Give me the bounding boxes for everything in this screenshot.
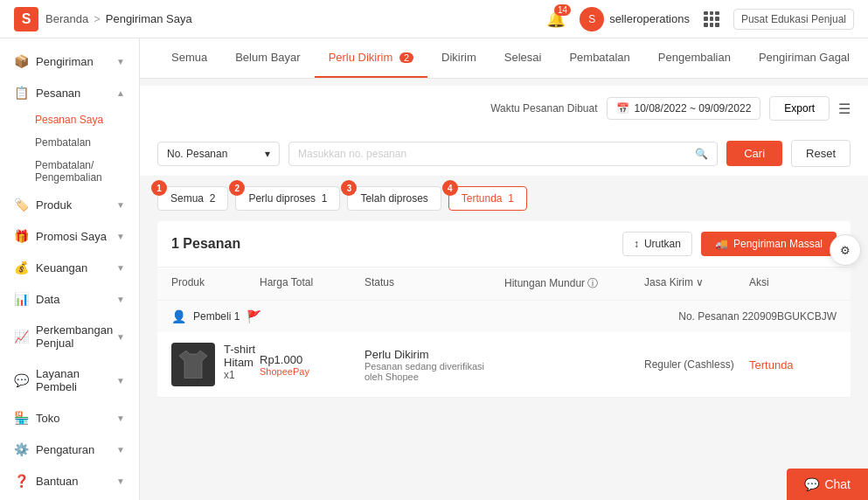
- sidebar-item-keuangan[interactable]: 💰 Keuangan ▼: [0, 252, 139, 283]
- tertunda-link[interactable]: Tertunda: [749, 358, 794, 372]
- chevron-down-icon-pengaturan: ▼: [116, 445, 125, 455]
- chevron-down-icon-perkembangan: ▼: [116, 332, 125, 342]
- sidebar-item-data[interactable]: 📊 Data ▼: [0, 283, 139, 315]
- floating-settings-button[interactable]: ⚙: [830, 234, 861, 266]
- tab-perlu-dikirim[interactable]: Perlu Dikirim 2: [315, 38, 427, 78]
- status-tab-tertunda[interactable]: 4 Tertunda 1: [448, 186, 527, 211]
- search-type-select[interactable]: No. Pesanan ▾: [157, 142, 280, 166]
- sidebar-label-layanan: Layanan Pembeli: [36, 367, 116, 393]
- status-tab-telah-diproses[interactable]: 3 Telah diproses: [347, 186, 441, 211]
- box-icon: 📦: [14, 54, 29, 68]
- notification-badge: 14: [554, 4, 571, 16]
- sidebar-label-pengaturan: Pengaturan: [36, 443, 94, 456]
- export-button[interactable]: Export: [769, 96, 830, 121]
- search-input[interactable]: Masukkan no. pesanan 🔍: [288, 142, 718, 166]
- breadcrumb-home[interactable]: Beranda: [45, 12, 88, 25]
- status-num-1: 1: [151, 180, 167, 196]
- sidebar-item-pengiriman[interactable]: 📦 Pengiriman ▼: [0, 45, 139, 77]
- sidebar-label-produk: Produk: [36, 198, 72, 212]
- sidebar-item-promosi[interactable]: 🎁 Promosi Saya ▼: [0, 220, 139, 252]
- action-col: Tertunda: [749, 358, 837, 372]
- sidebar-sub-pembatalan-pengembalian[interactable]: Pembatalan/ Pengembalian: [0, 154, 139, 189]
- breadcrumb-current: Pengiriman Saya: [106, 12, 192, 25]
- header-left: S Beranda > Pengiriman Saya: [14, 7, 192, 31]
- sidebar-sub-pembatalan[interactable]: Pembatalan: [0, 131, 139, 154]
- tab-belum-bayar[interactable]: Belum Bayar: [221, 38, 314, 78]
- sort-button[interactable]: ↕ Urutkan: [622, 232, 692, 256]
- col-jasa-kirim: Jasa Kirim ∨: [644, 276, 749, 291]
- search-type-label: No. Pesanan: [167, 148, 227, 160]
- gift-icon: 🎁: [14, 229, 29, 243]
- pusat-edukasi-button[interactable]: Pusat Edukasi Penjual: [733, 9, 854, 30]
- sidebar-item-toko[interactable]: 🏪 Toko ▼: [0, 402, 139, 434]
- tab-dikirim[interactable]: Dikirim: [427, 38, 490, 78]
- breadcrumb-sep: >: [94, 12, 101, 25]
- sidebar-item-layanan[interactable]: 💬 Layanan Pembeli ▼: [0, 358, 139, 402]
- chat-bubble-icon: 💬: [804, 477, 819, 491]
- status-tab-semua[interactable]: 1 Semua 2: [157, 186, 228, 211]
- sidebar-item-pengaturan[interactable]: ⚙️ Pengaturan ▼: [0, 434, 139, 465]
- sidebar-item-perkembangan[interactable]: 📈 Perkembangan Penjual ▼: [0, 315, 139, 358]
- apps-grid-icon[interactable]: [704, 11, 719, 27]
- col-harga: Harga Total: [260, 276, 365, 291]
- settings-icon: ⚙️: [14, 442, 29, 456]
- product-row: T-shirt Hitam x1 Rp1.000 ShopeePay Perlu…: [157, 332, 851, 397]
- layout: 📦 Pengiriman ▼ 📋 Pesanan ▲ Pesanan Saya …: [0, 38, 868, 500]
- price-col: Rp1.000 ShopeePay: [260, 353, 365, 377]
- chevron-down-icon-promosi: ▼: [116, 232, 125, 241]
- status-tab-perlu-diproses[interactable]: 2 Perlu diproses 1: [235, 186, 340, 211]
- date-range-picker[interactable]: 📅 10/08/2022 ~ 09/09/2022: [607, 97, 761, 120]
- col-produk: Produk: [171, 276, 260, 291]
- search-placeholder: Masukkan no. pesanan: [298, 148, 406, 160]
- order-section: 1 Pesanan ↕ Urutkan 🚚 Pengiriman Massal …: [157, 221, 851, 398]
- sidebar-item-pesanan[interactable]: 📋 Pesanan ▲: [0, 77, 139, 108]
- user-icon: 👤: [171, 309, 186, 323]
- trending-icon: 📈: [14, 330, 29, 344]
- tabs-bar: Semua Belum Bayar Perlu Dikirim 2 Dikiri…: [140, 38, 868, 79]
- menu-filter-icon[interactable]: ☰: [838, 101, 851, 117]
- bulk-ship-button[interactable]: 🚚 Pengiriman Massal: [701, 232, 837, 256]
- sidebar-label-toko: Toko: [36, 412, 59, 425]
- status-num-2: 2: [229, 180, 245, 196]
- tab-pengiriman-gagal[interactable]: Pengiriman Gagal: [745, 38, 864, 78]
- chat-icon: 💬: [14, 373, 29, 387]
- payment-method: ShopeePay: [260, 366, 365, 377]
- header: S Beranda > Pengiriman Saya 🔔 14 S selle…: [0, 0, 868, 38]
- col-aksi: Aksi: [749, 276, 837, 291]
- order-number: No. Pesanan 220909BGUKCBJW: [678, 310, 837, 323]
- tab-semua[interactable]: Semua: [157, 38, 221, 78]
- filter-label: Waktu Pesanan Dibuat: [490, 102, 597, 115]
- clipboard-icon: 📋: [14, 86, 29, 100]
- chevron-down-icon-toko: ▼: [116, 413, 125, 423]
- breadcrumb: Beranda > Pengiriman Saya: [45, 12, 192, 25]
- sort-icon: ↕: [634, 238, 639, 250]
- shipping-col: Reguler (Cashless): [644, 358, 749, 371]
- sidebar-sub-pesanan-saya[interactable]: Pesanan Saya: [0, 108, 139, 131]
- tshirt-icon: [179, 351, 207, 378]
- sort-label: Urutkan: [644, 238, 681, 250]
- col-hitungan: Hitungan Mundur ⓘ: [504, 276, 644, 291]
- sidebar-item-produk[interactable]: 🏷️ Produk ▼: [0, 189, 139, 220]
- reset-button[interactable]: Reset: [791, 140, 851, 167]
- order-count: 1 Pesanan: [171, 236, 240, 252]
- cari-button[interactable]: Cari: [726, 141, 782, 166]
- avatar: S: [580, 7, 604, 31]
- chevron-up-icon: ▲: [116, 88, 125, 98]
- chevron-down-icon-select: ▾: [265, 148, 270, 160]
- money-icon: 💰: [14, 260, 29, 274]
- tab-selesai[interactable]: Selesai: [490, 38, 556, 78]
- sidebar-label-promosi: Promosi Saya: [36, 230, 107, 243]
- gear-icon: ⚙: [840, 244, 851, 257]
- chevron-down-icon: ▼: [116, 57, 125, 66]
- chat-button[interactable]: 💬 Chat: [787, 469, 868, 500]
- tab-pembatalan[interactable]: Pembatalan: [555, 38, 643, 78]
- sidebar-label-pesanan: Pesanan: [36, 87, 80, 100]
- status-title: Perlu Dikirim: [365, 348, 504, 361]
- tab-pengembalian[interactable]: Pengembalian: [644, 38, 745, 78]
- perlu-dikirim-badge: 2: [399, 52, 413, 63]
- price-value: Rp1.000: [260, 353, 365, 366]
- status-num-3: 3: [341, 180, 357, 196]
- bulk-label: Pengiriman Massal: [733, 238, 823, 250]
- sidebar-item-bantuan[interactable]: ❓ Bantuan ▼: [0, 465, 139, 497]
- notification-area[interactable]: 🔔 14: [546, 10, 566, 29]
